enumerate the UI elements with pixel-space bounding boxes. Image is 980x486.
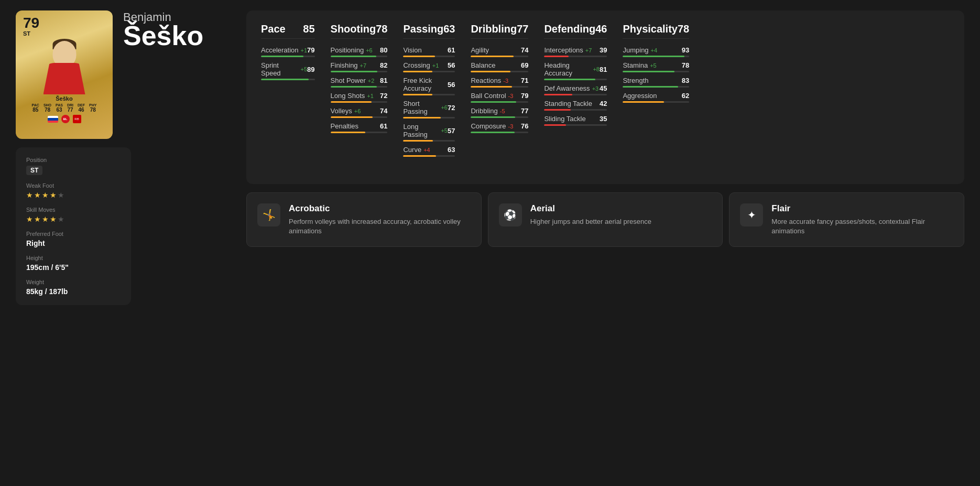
- stat-row-physicality-2: Strength83: [623, 77, 689, 88]
- skill-moves-label: Skill Moves: [26, 207, 121, 213]
- category-name-shooting: Shooting: [331, 23, 376, 35]
- stat-bar-fill-physicality-2: [623, 86, 678, 88]
- stat-bar-fill-defending-0: [544, 56, 569, 57]
- stat-name-dribbling-0: Agility: [471, 46, 489, 54]
- stat-bar-container-defending-4: [544, 124, 607, 126]
- skill-star-5: ★: [58, 215, 64, 223]
- position-section: Position ST: [26, 157, 121, 175]
- stat-number-physicality-3: 62: [682, 92, 689, 100]
- height-value: 195cm / 6'5": [26, 263, 121, 272]
- stat-name-pace-1: Sprint Speed: [261, 61, 299, 77]
- stat-modifier-pace-1: +5: [301, 66, 308, 72]
- trait-desc-1: Higher jumps and better aerial presence: [530, 217, 712, 226]
- traits-grid: 🤸AcrobaticPerform volleys with increased…: [246, 192, 964, 247]
- fifa-card: 79 ST Šeško PAC 85 SHO: [16, 10, 113, 139]
- trait-name-1: Aerial: [530, 203, 712, 214]
- stat-bar-container-shooting-1: [331, 71, 388, 72]
- stat-bar-container-physicality-2: [623, 86, 689, 88]
- stat-row-shooting-4: Volleys +674: [331, 107, 388, 118]
- stat-bar-container-dribbling-1: [471, 71, 528, 72]
- weight-section: Weight 85kg / 187lb: [26, 279, 121, 296]
- stat-name-shooting-5: Penalties: [331, 122, 358, 130]
- trait-card-0: 🤸AcrobaticPerform volleys with increased…: [246, 192, 482, 247]
- trait-icon-0: 🤸: [257, 203, 280, 226]
- stat-row-passing-2: Free Kick Accuracy56: [403, 77, 455, 95]
- stat-number-shooting-5: 61: [380, 122, 387, 130]
- skill-star-2: ★: [34, 215, 41, 223]
- stat-number-shooting-0: 80: [380, 46, 387, 54]
- weight-label: Weight: [26, 279, 121, 285]
- stat-row-defending-0: Interceptions +739: [544, 46, 607, 57]
- stat-row-shooting-3: Long Shots +172: [331, 92, 388, 103]
- trait-desc-2: More accurate fancy passes/shots, contex…: [771, 217, 953, 236]
- stat-bar-container-passing-1: [403, 71, 455, 72]
- stat-bar-container-passing-3: [403, 117, 455, 118]
- stat-bar-fill-passing-3: [403, 117, 440, 118]
- skill-moves-stars: ★ ★ ★ ★ ★: [26, 215, 121, 223]
- stat-number-dribbling-1: 69: [521, 61, 528, 69]
- skill-star-1: ★: [26, 215, 33, 223]
- stat-number-defending-4: 35: [600, 115, 607, 123]
- stat-bar-fill-defending-1: [544, 79, 595, 80]
- card-stat-pac: PAC 85: [32, 103, 39, 113]
- card-stat-pas: PAS 63: [56, 103, 63, 113]
- stat-bar-fill-shooting-4: [331, 116, 373, 118]
- stat-bar-container-shooting-4: [331, 116, 388, 118]
- stat-name-shooting-2: Shot Power: [331, 77, 366, 84]
- stat-number-passing-0: 61: [448, 46, 455, 54]
- stat-bar-fill-dribbling-3: [471, 101, 516, 103]
- stat-modifier-defending-1: +8: [593, 66, 600, 72]
- info-panel: Position ST Weak Foot ★ ★ ★ ★ ★ Skill Mo…: [16, 147, 131, 305]
- category-name-physicality: Physicality: [623, 23, 678, 35]
- stat-bar-fill-defending-4: [544, 124, 566, 126]
- stat-bar-fill-shooting-1: [331, 71, 377, 72]
- category-header-pace: Pace85: [261, 23, 315, 39]
- stat-category-shooting: Shooting78Positioning +680Finishing +782…: [331, 23, 388, 161]
- star-5: ★: [58, 191, 64, 199]
- stat-row-dribbling-4: Dribbling -577: [471, 107, 528, 118]
- stat-number-passing-1: 56: [448, 61, 455, 69]
- stat-row-defending-1: Heading Accuracy +881: [544, 61, 607, 80]
- height-section: Height 195cm / 6'5": [26, 255, 121, 272]
- stat-name-passing-2: Free Kick Accuracy: [403, 77, 447, 92]
- body-shape: [43, 63, 85, 94]
- card-stat-sho: SHO 78: [43, 103, 51, 113]
- stat-modifier-passing-3: +6: [441, 104, 448, 111]
- stat-bar-container-dribbling-5: [471, 132, 528, 133]
- stat-bar-fill-passing-0: [403, 56, 434, 57]
- left-panel: 79 ST Šeško PAC 85 SHO: [16, 10, 236, 305]
- stat-bar-container-defending-1: [544, 79, 607, 80]
- category-value-physicality: 78: [678, 23, 689, 35]
- star-3: ★: [42, 191, 49, 199]
- stat-name-defending-2: Def Awareness: [544, 84, 590, 92]
- card-player-name: Šeško: [56, 95, 72, 102]
- stat-modifier-dribbling-2: -3: [503, 78, 508, 84]
- stat-row-passing-4: Long Passing +557: [403, 123, 455, 142]
- stat-number-shooting-2: 81: [380, 77, 387, 84]
- stat-bar-container-shooting-2: [331, 86, 388, 88]
- trait-content-1: AerialHigher jumps and better aerial pre…: [530, 203, 712, 226]
- stat-name-defending-1: Heading Accuracy: [544, 61, 591, 77]
- stat-bar-fill-physicality-0: [623, 56, 684, 57]
- stat-category-physicality: Physicality78Jumping +493Stamina +578Str…: [623, 23, 689, 171]
- weak-foot-stars: ★ ★ ★ ★ ★: [26, 191, 121, 199]
- stat-number-physicality-1: 78: [682, 61, 689, 69]
- stat-row-pace-1: Sprint Speed +589: [261, 61, 315, 80]
- stat-bar-fill-pace-0: [261, 56, 303, 57]
- stat-name-dribbling-1: Balance: [471, 61, 495, 69]
- trait-content-2: FlairMore accurate fancy passes/shots, c…: [771, 203, 953, 236]
- stat-number-defending-1: 81: [600, 66, 607, 73]
- player-name-section: Benjamin Šeško: [123, 10, 203, 52]
- stat-modifier-defending-2: +3: [592, 85, 599, 92]
- category-name-passing: Passing: [403, 23, 443, 35]
- stat-bar-fill-dribbling-5: [471, 132, 515, 133]
- player-card-container: 79 ST Šeško PAC 85 SHO: [16, 10, 236, 139]
- stat-row-defending-4: Sliding Tackle35: [544, 115, 607, 126]
- stat-modifier-dribbling-3: -3: [508, 93, 514, 99]
- stat-number-physicality-2: 83: [682, 77, 689, 84]
- preferred-foot-label: Preferred Foot: [26, 231, 121, 237]
- stat-modifier-shooting-3: +1: [367, 93, 374, 99]
- stat-bar-fill-passing-4: [403, 140, 432, 142]
- category-value-passing: 63: [443, 23, 455, 35]
- stat-bar-fill-shooting-3: [331, 101, 372, 103]
